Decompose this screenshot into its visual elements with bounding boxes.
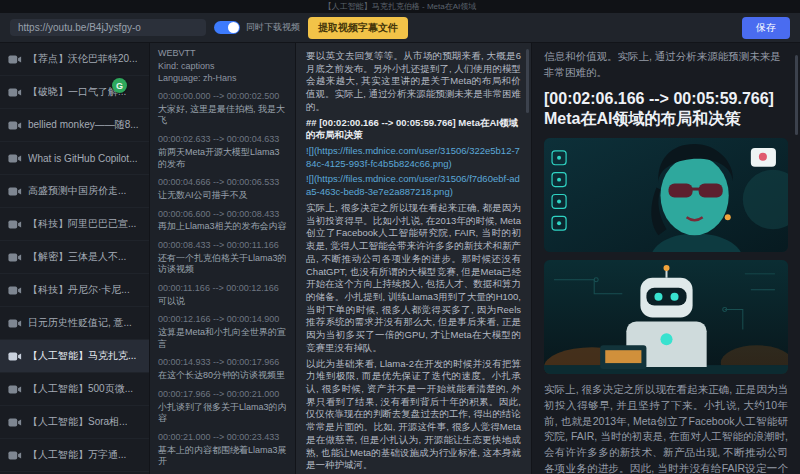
preview-body-text: 实际上, 很多决定之所以现在看起来正确, 正是因为当初投入得够早, 并且坚持了下… xyxy=(544,382,788,474)
toolbar: 同时下载视频 提取视频字幕文件 保存 xyxy=(0,13,800,43)
cue-time: 00:00:04.666 --> 00:00:06.533 xyxy=(158,177,287,189)
subtitle-source-panel[interactable]: WEBVTT Kind: captions Language: zh-Hans … xyxy=(150,43,296,474)
cue-text: 小扎谈到了很多关于Llama3的内容 xyxy=(158,402,287,425)
video-title: 【荐点】沃伦巴菲特20... xyxy=(28,52,137,66)
cue-time: 00:00:08.433 --> 00:00:11.166 xyxy=(158,240,287,252)
preview-scrollbar[interactable] xyxy=(795,55,798,135)
subtitle-cue[interactable]: 00:00:00.000 --> 00:00:02.500 大家好, 这里是最佳… xyxy=(158,91,287,127)
toggle-knob xyxy=(228,22,239,33)
cue-time: 00:00:02.633 --> 00:00:04.633 xyxy=(158,134,287,146)
preview-panel[interactable]: 信息和价值观。实际上, 通过分析来源能预测未来是非常困难的。 [00:02:06… xyxy=(532,43,800,474)
cue-time: 00:00:14.933 --> 00:00:17.966 xyxy=(158,357,287,369)
video-list-item[interactable]: 【人工智能】500页微... xyxy=(0,373,149,406)
video-title: 【人工智能】马克扎克... xyxy=(28,349,136,363)
video-camera-icon xyxy=(8,252,22,263)
app-window: 【人工智能】马克扎克伯格 - Meta在AI领域 同时下载视频 提取视频字幕文件… xyxy=(0,0,800,474)
markdown-block: ![](https://files.mdnice.com/user/31506/… xyxy=(306,173,521,198)
video-title: 【人工智能】500页微... xyxy=(28,382,133,396)
save-button[interactable]: 保存 xyxy=(742,17,790,39)
video-list-item[interactable]: 【荐点】沃伦巴菲特20... xyxy=(0,43,149,76)
markdown-block: 实际上, 很多决定之所以现在看起来正确, 都是因为当初投资得早。比如小扎说, 在… xyxy=(306,202,521,355)
video-title: 【人工智能】万字通... xyxy=(28,448,126,462)
preview-section-heading: [00:02:06.166 --> 00:05:59.766] Meta在AI领… xyxy=(544,89,788,131)
subtitle-cue[interactable]: 00:00:06.600 --> 00:00:08.433 再加上Llama3相… xyxy=(158,209,287,233)
video-camera-icon xyxy=(8,219,22,230)
cue-time: 00:00:21.000 --> 00:00:23.433 xyxy=(158,432,287,444)
subtitle-cue[interactable]: 00:00:11.166 --> 00:00:12.166 可以说 xyxy=(158,283,287,307)
window-titlebar: 【人工智能】马克扎克伯格 - Meta在AI领域 xyxy=(0,0,800,13)
video-camera-icon xyxy=(8,384,22,395)
video-camera-icon xyxy=(8,285,22,296)
subtitle-cue[interactable]: 00:00:08.433 --> 00:00:11.166 还有一个扎克伯格关于… xyxy=(158,240,287,276)
markdown-notes-panel[interactable]: 要以英文去回复等等。从市场的预期来看, 大概是6月底之前发布。另外小扎还提到了,… xyxy=(296,43,532,474)
download-video-toggle[interactable] xyxy=(214,21,240,34)
main-content: 【荐点】沃伦巴菲特20... 【破晓】一口气了解... bellie xyxy=(0,43,800,474)
cue-text: 让无数AI公司措手不及 xyxy=(158,190,287,202)
cue-time: 00:00:06.600 --> 00:00:08.433 xyxy=(158,209,287,221)
video-camera-icon xyxy=(8,351,22,362)
vtt-header-line: Kind: captions xyxy=(158,61,287,73)
cue-text: 大家好, 这里是最佳拍档, 我是大飞 xyxy=(158,104,287,127)
cue-time: 00:00:11.166 --> 00:00:12.166 xyxy=(158,283,287,295)
ai-robot-illustration xyxy=(544,260,788,374)
markdown-block: 要以英文去回复等等。从市场的预期来看, 大概是6月底之前发布。另外小扎还提到了,… xyxy=(306,50,521,114)
video-title: 【人工智能】Sora相... xyxy=(28,415,127,429)
subtitle-cue[interactable]: 00:00:12.166 --> 00:00:14.900 这算是Meta和小扎… xyxy=(158,314,287,350)
video-list-item[interactable]: 【人工智能】马克扎克... xyxy=(0,340,149,373)
markdown-block: ## [00:02:00.166 --> 00:05:59.766] Meta在… xyxy=(306,117,521,142)
video-list-item[interactable]: 【人工智能】万字通... xyxy=(0,439,149,472)
cue-text: 在这个长达80分钟的访谈视频里 xyxy=(158,370,287,382)
vtt-header-line: WEBVTT xyxy=(158,48,287,60)
video-camera-icon xyxy=(8,153,22,164)
video-title: bellied monkey——随8... xyxy=(28,118,139,132)
video-list-sidebar: 【荐点】沃伦巴菲特20... 【破晓】一口气了解... bellie xyxy=(0,43,150,474)
cue-text: 前两天Meta开源大模型Llama3的发布 xyxy=(158,147,287,170)
video-camera-icon xyxy=(8,120,22,131)
video-list-item[interactable]: 【破晓】一口气了解... xyxy=(0,76,149,109)
cue-text: 基本上的内容都围绕着Llama3展开 xyxy=(158,445,287,468)
video-list-item[interactable]: 【科技】丹尼尔·卡尼... xyxy=(0,274,149,307)
cue-time: 00:00:12.166 --> 00:00:14.900 xyxy=(158,314,287,326)
video-list-item[interactable]: 【人工智能】Sora相... xyxy=(0,406,149,439)
markdown-block: ![](https://files.mdnice.com/user/31506/… xyxy=(306,145,521,170)
ai-woman-illustration xyxy=(544,138,788,252)
cue-text: 这算是Meta和小扎向全世界的宣言 xyxy=(158,327,287,350)
video-list-item[interactable]: 【解密】三体是人不... xyxy=(0,241,149,274)
video-title: 【科技】丹尼尔·卡尼... xyxy=(28,283,130,297)
cue-time: 00:00:17.966 --> 00:00:21.000 xyxy=(158,389,287,401)
video-title: What is GitHub Copilot... xyxy=(28,153,137,164)
download-video-toggle-label: 同时下载视频 xyxy=(246,21,300,34)
cue-text: 可以说 xyxy=(158,296,287,308)
vtt-header: WEBVTT Kind: captions Language: zh-Hans xyxy=(158,48,287,85)
subtitle-cue[interactable]: 00:00:21.000 --> 00:00:23.433 基本上的内容都围绕着… xyxy=(158,432,287,468)
vtt-header-line: Language: zh-Hans xyxy=(158,73,287,85)
preview-intro-text: 信息和价值观。实际上, 通过分析来源能预测未来是非常困难的。 xyxy=(544,49,788,81)
subtitle-cue[interactable]: 00:00:02.633 --> 00:00:04.633 前两天Meta开源大… xyxy=(158,134,287,170)
video-list-item[interactable]: 【科技】阿里巴巴已宣... xyxy=(0,208,149,241)
video-list-item[interactable]: 日元历史性贬值记, 意... xyxy=(0,307,149,340)
extract-subtitles-button[interactable]: 提取视频字幕文件 xyxy=(308,17,408,39)
cue-text: 再加上Llama3相关的发布会内容 xyxy=(158,221,287,233)
subtitle-cue[interactable]: 00:00:04.666 --> 00:00:06.533 让无数AI公司措手不… xyxy=(158,177,287,201)
main-scrollbar[interactable] xyxy=(526,49,529,113)
video-camera-icon xyxy=(8,417,22,428)
g-badge[interactable]: G xyxy=(112,78,127,93)
cue-list: 00:00:00.000 --> 00:00:02.500 大家好, 这里是最佳… xyxy=(158,91,287,474)
markdown-block: 以此为基础来看, Llama-2在开发的时候并没有把算力堆到极限, 而是优先保证… xyxy=(306,358,521,472)
video-list-item[interactable]: What is GitHub Copilot... xyxy=(0,142,149,175)
window-title: 【人工智能】马克扎克伯格 - Meta在AI领域 xyxy=(324,1,476,12)
video-camera-icon xyxy=(8,54,22,65)
subtitle-cue[interactable]: 00:00:17.966 --> 00:00:21.000 小扎谈到了很多关于L… xyxy=(158,389,287,425)
cue-text: 还有一个扎克伯格关于Llama3的访谈视频 xyxy=(158,253,287,276)
video-title: 高盛预测中国房价走... xyxy=(28,184,126,198)
subtitle-cue[interactable]: 00:00:14.933 --> 00:00:17.966 在这个长达80分钟的… xyxy=(158,357,287,381)
url-input[interactable] xyxy=(10,19,206,36)
cue-time: 00:00:00.000 --> 00:00:02.500 xyxy=(158,91,287,103)
video-title: 日元历史性贬值记, 意... xyxy=(28,316,132,330)
video-list-item[interactable]: bellied monkey——随8... xyxy=(0,109,149,142)
video-camera-icon xyxy=(8,186,22,197)
video-camera-icon xyxy=(8,87,22,98)
video-title: 【科技】阿里巴巴已宣... xyxy=(28,217,136,231)
video-camera-icon xyxy=(8,318,22,329)
video-list-item[interactable]: 高盛预测中国房价走... xyxy=(0,175,149,208)
